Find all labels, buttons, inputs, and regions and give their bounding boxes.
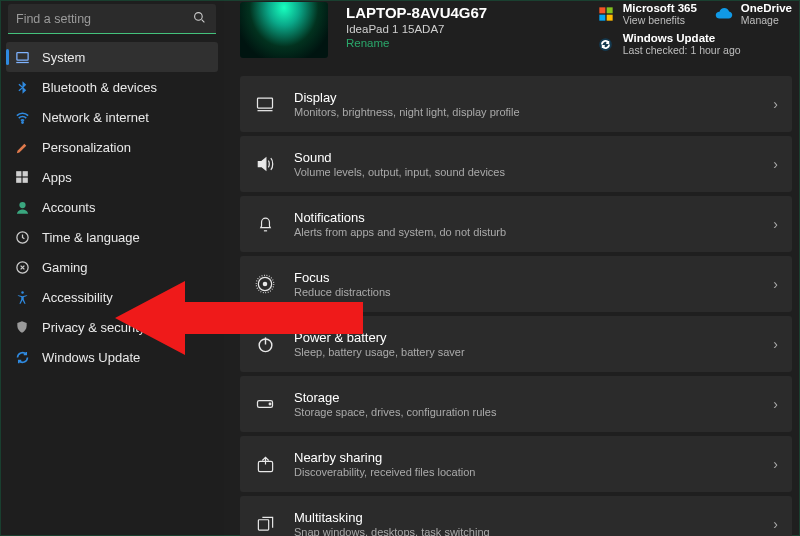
- sidebar-item-system[interactable]: System: [6, 42, 218, 72]
- settings-list: Display Monitors, brightness, night ligh…: [240, 76, 792, 536]
- settings-item-notifications[interactable]: Notifications Alerts from apps and syste…: [240, 196, 792, 252]
- sidebar-item-update[interactable]: Windows Update: [6, 342, 218, 372]
- chevron-right-icon: ›: [773, 336, 778, 352]
- card-title: Display: [294, 90, 755, 105]
- sidebar-item-label: Network & internet: [42, 110, 149, 125]
- svg-rect-7: [16, 178, 21, 183]
- onedrive-link[interactable]: OneDrive Manage: [715, 2, 792, 26]
- svg-point-9: [19, 201, 25, 207]
- sidebar-item-label: Accessibility: [42, 290, 113, 305]
- chevron-right-icon: ›: [773, 216, 778, 232]
- card-sub: Snap windows, desktops, task switching: [294, 526, 755, 536]
- header-info-grid: Microsoft 365 View benefits OneDrive Man…: [597, 2, 792, 56]
- settings-item-multitasking[interactable]: Multitasking Snap windows, desktops, tas…: [240, 496, 792, 536]
- card-sub: Sleep, battery usage, battery saver: [294, 346, 755, 358]
- svg-rect-18: [258, 98, 273, 108]
- apps-icon: [14, 169, 30, 185]
- card-title: Storage: [294, 390, 755, 405]
- settings-item-sound[interactable]: Sound Volume levels, output, input, soun…: [240, 136, 792, 192]
- sidebar-item-accounts[interactable]: Accounts: [6, 192, 218, 222]
- card-title: Focus: [294, 270, 755, 285]
- info-sub: View benefits: [623, 15, 697, 27]
- settings-item-power[interactable]: Power & battery Sleep, battery usage, ba…: [240, 316, 792, 372]
- sidebar-item-privacy[interactable]: Privacy & security: [6, 312, 218, 342]
- info-title: Microsoft 365: [623, 2, 697, 15]
- sidebar-item-time[interactable]: Time & language: [6, 222, 218, 252]
- svg-rect-16: [606, 15, 612, 21]
- svg-point-12: [21, 291, 24, 294]
- microsoft-365-link[interactable]: Microsoft 365 View benefits: [597, 2, 697, 26]
- svg-rect-2: [16, 52, 27, 60]
- card-sub: Discoverability, received files location: [294, 466, 755, 478]
- settings-item-focus[interactable]: Focus Reduce distractions ›: [240, 256, 792, 312]
- card-sub: Volume levels, output, input, sound devi…: [294, 166, 755, 178]
- svg-rect-8: [23, 178, 28, 183]
- sidebar-item-label: Accounts: [42, 200, 95, 215]
- card-title: Power & battery: [294, 330, 755, 345]
- svg-rect-28: [258, 519, 268, 529]
- sidebar-item-accessibility[interactable]: Accessibility: [6, 282, 218, 312]
- clock-icon: [14, 229, 30, 245]
- search-wrapper: [8, 4, 216, 34]
- chevron-right-icon: ›: [773, 516, 778, 532]
- shield-icon: [14, 319, 30, 335]
- share-icon: [254, 453, 276, 475]
- chevron-right-icon: ›: [773, 396, 778, 412]
- card-sub: Monitors, brightness, night light, displ…: [294, 106, 755, 118]
- rename-button[interactable]: Rename: [346, 37, 579, 49]
- header-row: LAPTOP-8AVU4G67 IdeaPad 1 15ADA7 Rename …: [240, 2, 792, 58]
- sidebar-item-bluetooth[interactable]: Bluetooth & devices: [6, 72, 218, 102]
- sound-icon: [254, 153, 276, 175]
- svg-rect-15: [599, 15, 605, 21]
- card-sub: Alerts from apps and system, do not dist…: [294, 226, 755, 238]
- sidebar-item-label: Personalization: [42, 140, 131, 155]
- windows-update-link[interactable]: Windows Update Last checked: 1 hour ago: [597, 32, 792, 56]
- svg-rect-13: [599, 7, 605, 13]
- update-circle-icon: [597, 35, 615, 53]
- chevron-right-icon: ›: [773, 456, 778, 472]
- card-title: Sound: [294, 150, 755, 165]
- sidebar: System Bluetooth & devices Network & int…: [0, 0, 224, 536]
- sidebar-item-label: Gaming: [42, 260, 88, 275]
- sidebar-item-personalization[interactable]: Personalization: [6, 132, 218, 162]
- bell-icon: [254, 213, 276, 235]
- update-icon: [14, 349, 30, 365]
- svg-point-22: [263, 282, 266, 285]
- sidebar-item-apps[interactable]: Apps: [6, 162, 218, 192]
- settings-item-display[interactable]: Display Monitors, brightness, night ligh…: [240, 76, 792, 132]
- bluetooth-icon: [14, 79, 30, 95]
- sidebar-item-label: Privacy & security: [42, 320, 145, 335]
- card-sub: Storage space, drives, configuration rul…: [294, 406, 755, 418]
- card-title: Multitasking: [294, 510, 755, 525]
- device-thumbnail: [240, 2, 328, 58]
- accessibility-icon: [14, 289, 30, 305]
- display-icon: [254, 93, 276, 115]
- info-title: Windows Update: [623, 32, 741, 45]
- personalize-icon: [14, 139, 30, 155]
- focus-icon: [254, 273, 276, 295]
- sidebar-item-network[interactable]: Network & internet: [6, 102, 218, 132]
- onedrive-icon: [715, 5, 733, 23]
- sidebar-item-gaming[interactable]: Gaming: [6, 252, 218, 282]
- sidebar-item-label: System: [42, 50, 85, 65]
- info-sub: Manage: [741, 15, 792, 27]
- power-icon: [254, 333, 276, 355]
- svg-rect-14: [606, 7, 612, 13]
- settings-item-nearby[interactable]: Nearby sharing Discoverability, received…: [240, 436, 792, 492]
- chevron-right-icon: ›: [773, 156, 778, 172]
- card-sub: Reduce distractions: [294, 286, 755, 298]
- card-title: Nearby sharing: [294, 450, 755, 465]
- wifi-icon: [14, 109, 30, 125]
- search-input[interactable]: [8, 4, 216, 34]
- sidebar-item-label: Apps: [42, 170, 72, 185]
- svg-point-26: [269, 403, 271, 405]
- svg-rect-6: [23, 171, 28, 176]
- device-name: LAPTOP-8AVU4G67: [346, 4, 579, 21]
- info-title: OneDrive: [741, 2, 792, 15]
- svg-rect-5: [16, 171, 21, 176]
- card-title: Notifications: [294, 210, 755, 225]
- m365-icon: [597, 5, 615, 23]
- gaming-icon: [14, 259, 30, 275]
- settings-item-storage[interactable]: Storage Storage space, drives, configura…: [240, 376, 792, 432]
- device-model: IdeaPad 1 15ADA7: [346, 23, 579, 35]
